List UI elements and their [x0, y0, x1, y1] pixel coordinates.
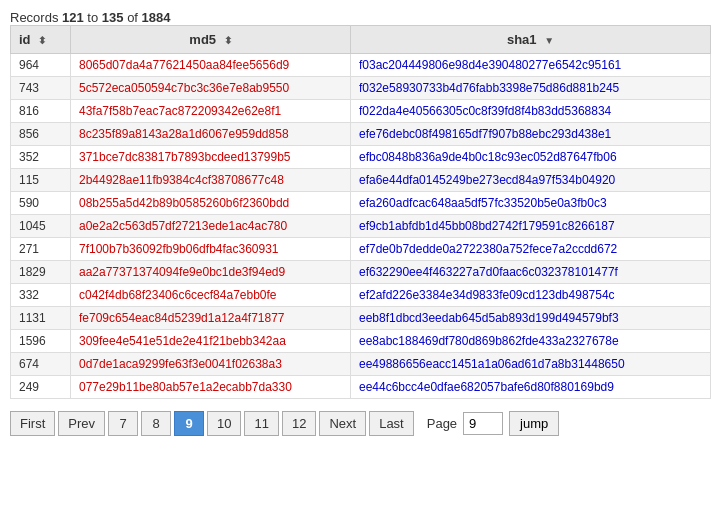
records-start: 121 — [62, 10, 84, 25]
page-number-10[interactable]: 10 — [207, 411, 241, 436]
table-row: 2717f100b7b36092fb9b06dfb4fac360931ef7de… — [11, 238, 711, 261]
table-row: 6740d7de1aca9299fe63f3e0041f02638a3ee498… — [11, 353, 711, 376]
cell-id: 743 — [11, 77, 71, 100]
cell-id: 856 — [11, 123, 71, 146]
cell-id: 1829 — [11, 261, 71, 284]
records-end: 135 — [102, 10, 124, 25]
table-row: 1131fe709c654eac84d5239d1a12a4f71877eeb8… — [11, 307, 711, 330]
cell-sha1: efe76debc08f498165df7f907b88ebc293d438e1 — [351, 123, 711, 146]
cell-md5: 8065d07da4a77621450aa84fee5656d9 — [71, 54, 351, 77]
page-label: Page — [427, 416, 457, 431]
cell-md5: 0d7de1aca9299fe63f3e0041f02638a3 — [71, 353, 351, 376]
page-number-9[interactable]: 9 — [174, 411, 204, 436]
table-row: 1045a0e2a2c563d57df27213ede1ac4ac780ef9c… — [11, 215, 711, 238]
table-row: 81643fa7f58b7eac7ac872209342e62e8f1f022d… — [11, 100, 711, 123]
cell-sha1: efa6e44dfa0145249be273ecd84a97f534b04920 — [351, 169, 711, 192]
col-id-header[interactable]: id ⬍ — [11, 26, 71, 54]
cell-id: 332 — [11, 284, 71, 307]
cell-id: 674 — [11, 353, 71, 376]
cell-md5: 7f100b7b36092fb9b06dfb4fac360931 — [71, 238, 351, 261]
cell-sha1: efbc0848b836a9de4b0c18c93ec052d87647fb06 — [351, 146, 711, 169]
table-row: 59008b255a5d42b89b0585260b6f2360bddefa26… — [11, 192, 711, 215]
cell-md5: fe709c654eac84d5239d1a12a4f71877 — [71, 307, 351, 330]
cell-sha1: efa260adfcac648aa5df57fc33520b5e0a3fb0c3 — [351, 192, 711, 215]
table-row: 352371bce7dc83817b7893bcdeed13799b5efbc0… — [11, 146, 711, 169]
cell-sha1: f03ac204449806e98d4e390480277e6542c95161 — [351, 54, 711, 77]
cell-md5: 309fee4e541e51de2e41f21bebb342aa — [71, 330, 351, 353]
cell-id: 964 — [11, 54, 71, 77]
page-number-12[interactable]: 12 — [282, 411, 316, 436]
cell-id: 1596 — [11, 330, 71, 353]
cell-id: 115 — [11, 169, 71, 192]
cell-md5: a0e2a2c563d57df27213ede1ac4ac780 — [71, 215, 351, 238]
cell-id: 271 — [11, 238, 71, 261]
sort-arrows-sha1: ▼ — [544, 35, 554, 46]
records-total: 1884 — [142, 10, 171, 25]
page-input[interactable] — [463, 412, 503, 435]
cell-id: 816 — [11, 100, 71, 123]
cell-sha1: eeb8f1dbcd3eedab645d5ab893d199d494579bf3 — [351, 307, 711, 330]
records-to: to — [84, 10, 102, 25]
cell-id: 1131 — [11, 307, 71, 330]
prev-button[interactable]: Prev — [58, 411, 105, 436]
cell-sha1: ef2afd226e3384e34d9833fe09cd123db498754c — [351, 284, 711, 307]
cell-sha1: ee44c6bcc4e0dfae682057bafe6d80f880169bd9 — [351, 376, 711, 399]
table-row: 7435c572eca050594c7bc3c36e7e8ab9550f032e… — [11, 77, 711, 100]
table-row: 249077e29b11be80ab57e1a2ecabb7da330ee44c… — [11, 376, 711, 399]
cell-sha1: f022da4e40566305c0c8f39fd8f4b83dd5368834 — [351, 100, 711, 123]
records-prefix: Records — [10, 10, 62, 25]
table-row: 8568c235f89a8143a28a1d6067e959dd858efe76… — [11, 123, 711, 146]
next-button[interactable]: Next — [319, 411, 366, 436]
col-sha1-header[interactable]: sha1 ▼ — [351, 26, 711, 54]
table-row: 1596309fee4e541e51de2e41f21bebb342aaee8a… — [11, 330, 711, 353]
cell-id: 1045 — [11, 215, 71, 238]
table-row: 1829aa2a77371374094fe9e0bc1de3f94ed9ef63… — [11, 261, 711, 284]
jump-button[interactable]: jump — [509, 411, 559, 436]
cell-id: 249 — [11, 376, 71, 399]
cell-id: 352 — [11, 146, 71, 169]
records-info: Records 121 to 135 of 1884 — [10, 10, 711, 25]
page-number-11[interactable]: 11 — [244, 411, 278, 436]
cell-md5: 371bce7dc83817b7893bcdeed13799b5 — [71, 146, 351, 169]
cell-md5: 08b255a5d42b89b0585260b6f2360bdd — [71, 192, 351, 215]
page-number-8[interactable]: 8 — [141, 411, 171, 436]
sort-arrows-md5: ⬍ — [224, 35, 232, 46]
cell-md5: aa2a77371374094fe9e0bc1de3f94ed9 — [71, 261, 351, 284]
cell-sha1: ef7de0b7dedde0a2722380a752fece7a2ccdd672 — [351, 238, 711, 261]
table-row: 9648065d07da4a77621450aa84fee5656d9f03ac… — [11, 54, 711, 77]
page-number-7[interactable]: 7 — [108, 411, 138, 436]
page-number-buttons: 789101112 — [108, 411, 316, 436]
last-button[interactable]: Last — [369, 411, 414, 436]
cell-md5: 8c235f89a8143a28a1d6067e959dd858 — [71, 123, 351, 146]
pagination: First Prev 789101112 Next Last Page jump — [10, 411, 711, 436]
cell-sha1: f032e58930733b4d76fabb3398e75d86d881b245 — [351, 77, 711, 100]
data-table: id ⬍ md5 ⬍ sha1 ▼ 9648065d07da4a77621450… — [10, 25, 711, 399]
table-row: 1152b44928ae11fb9384c4cf38708677c48efa6e… — [11, 169, 711, 192]
cell-sha1: ee8abc188469df780d869b862fde433a2327678e — [351, 330, 711, 353]
table-row: 332c042f4db68f23406c6cecf84a7ebb0feef2af… — [11, 284, 711, 307]
cell-id: 590 — [11, 192, 71, 215]
cell-md5: 5c572eca050594c7bc3c36e7e8ab9550 — [71, 77, 351, 100]
cell-sha1: ef632290ee4f463227a7d0faac6c032378101477… — [351, 261, 711, 284]
cell-md5: 2b44928ae11fb9384c4cf38708677c48 — [71, 169, 351, 192]
first-button[interactable]: First — [10, 411, 55, 436]
cell-sha1: ef9cb1abfdb1d45bb08bd2742f179591c8266187 — [351, 215, 711, 238]
cell-sha1: ee49886656eacc1451a1a06ad61d7a8b31448650 — [351, 353, 711, 376]
sort-arrows-id: ⬍ — [38, 35, 46, 46]
cell-md5: 077e29b11be80ab57e1a2ecabb7da330 — [71, 376, 351, 399]
records-of: of — [124, 10, 142, 25]
table-body: 9648065d07da4a77621450aa84fee5656d9f03ac… — [11, 54, 711, 399]
table-header-row: id ⬍ md5 ⬍ sha1 ▼ — [11, 26, 711, 54]
cell-md5: 43fa7f58b7eac7ac872209342e62e8f1 — [71, 100, 351, 123]
cell-md5: c042f4db68f23406c6cecf84a7ebb0fe — [71, 284, 351, 307]
col-md5-header[interactable]: md5 ⬍ — [71, 26, 351, 54]
